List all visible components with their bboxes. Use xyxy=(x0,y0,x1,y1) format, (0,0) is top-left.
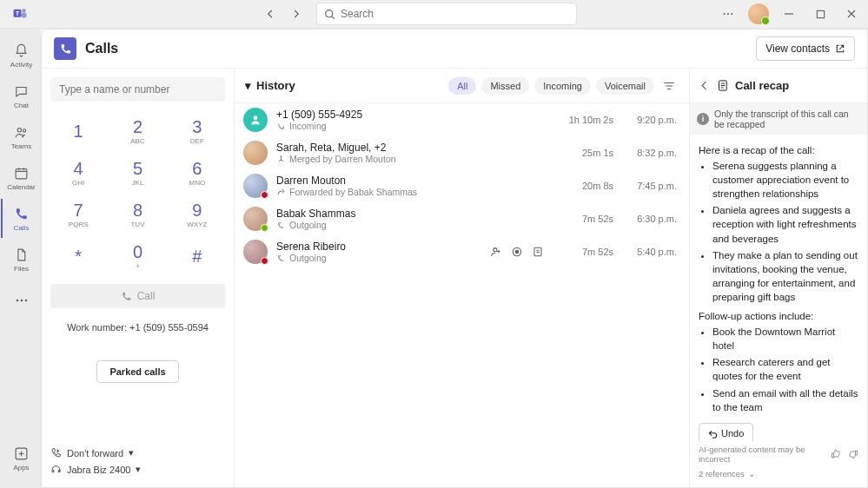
keypad-key-2[interactable]: 2ABC xyxy=(108,110,167,152)
svg-point-4 xyxy=(326,10,333,16)
rail-apps[interactable]: Apps xyxy=(1,439,40,478)
search-input[interactable] xyxy=(341,8,569,20)
presence-badge xyxy=(261,257,268,265)
rail-label: Calls xyxy=(14,224,30,232)
filter-voicemail[interactable]: Voicemail xyxy=(596,77,654,95)
keypad-key-9[interactable]: 9WXYZ xyxy=(168,194,227,235)
row-sub: Incoming xyxy=(276,121,553,131)
nav-forward-button[interactable] xyxy=(285,3,308,25)
call-direction-icon xyxy=(276,188,286,197)
device-setting[interactable]: Jabra Biz 2400 ▾ xyxy=(50,464,225,475)
recap-bullet: Daniela agrees and suggests a reception … xyxy=(712,203,858,245)
rail-calls[interactable]: Calls xyxy=(1,199,40,238)
keypad-key-3[interactable]: 3DEF xyxy=(168,110,227,152)
recap-bullets: Serena suggests planning a customer appr… xyxy=(699,159,858,304)
keypad-key-7[interactable]: 7PQRS xyxy=(49,194,108,235)
history-row[interactable]: +1 (509) 555-4925 Incoming 1h 10m 2s 9:2… xyxy=(235,103,689,136)
device-label: Jabra Biz 2400 xyxy=(67,465,130,475)
svg-point-13 xyxy=(20,299,23,301)
call-direction-icon xyxy=(276,155,286,164)
recap-bullet: They make a plan to sending out invitati… xyxy=(712,248,858,304)
nav-back-button[interactable] xyxy=(259,3,282,25)
avatar xyxy=(243,174,268,198)
history-row[interactable]: Darren Mouton Forwarded by Babak Shammas… xyxy=(235,169,689,202)
rail-calendar[interactable]: Calendar xyxy=(1,158,40,197)
history-row[interactable]: Babak Shammas Outgoing 7m 52s 6:30 p.m. xyxy=(235,202,689,235)
recap-bullet: Book the Downtown Marriot hotel xyxy=(712,325,858,353)
references-toggle[interactable]: 2 references ⌄ xyxy=(699,469,858,478)
key-digit: 7 xyxy=(74,201,83,221)
filter-missed[interactable]: Missed xyxy=(481,77,529,95)
rail-files[interactable]: Files xyxy=(1,240,40,279)
row-sub: Forwarded by Babak Shammas xyxy=(276,187,553,197)
rail-more[interactable] xyxy=(1,280,40,320)
undo-button[interactable]: Undo xyxy=(699,423,753,441)
keypad-key-#[interactable]: # xyxy=(168,235,227,277)
row-meta: 25m 1s 8:32 p.m. xyxy=(561,148,677,158)
keypad-key-6[interactable]: 6MNO xyxy=(168,152,227,194)
key-digit: 0 xyxy=(133,242,142,262)
key-letters: DEF xyxy=(190,137,204,145)
rail-chat[interactable]: Chat xyxy=(1,76,40,115)
key-letters: ABC xyxy=(130,137,144,145)
title-bar: T xyxy=(0,0,868,29)
filter-all[interactable]: All xyxy=(448,77,476,95)
row-time: 8:32 p.m. xyxy=(629,148,677,158)
record-icon[interactable] xyxy=(509,244,525,260)
key-digit: 9 xyxy=(192,201,202,221)
recap-banner-text: Only the transcript of this call can be … xyxy=(714,109,860,129)
row-sub: Outgoing xyxy=(276,253,480,263)
rail-label: Calendar xyxy=(7,183,35,191)
nav-arrows xyxy=(259,3,308,25)
key-letters: TUV xyxy=(130,221,144,228)
transcript-icon[interactable] xyxy=(530,244,546,260)
row-name: Darren Mouton xyxy=(276,175,553,187)
dial-input[interactable] xyxy=(59,83,216,96)
key-digit: 5 xyxy=(133,159,142,179)
keypad-key-5[interactable]: 5JKL xyxy=(108,152,167,194)
dial-input-wrap[interactable] xyxy=(50,77,225,102)
info-icon: i xyxy=(697,113,709,125)
phone-icon xyxy=(13,205,30,222)
window-maximize-button[interactable] xyxy=(809,3,832,25)
row-meta: 7m 52s 5:40 p.m. xyxy=(561,247,677,257)
keypad-key-*[interactable]: * xyxy=(49,235,108,277)
keypad-key-8[interactable]: 8TUV xyxy=(108,194,167,235)
popout-icon xyxy=(835,43,845,54)
window-close-button[interactable] xyxy=(840,3,863,25)
current-user-avatar[interactable] xyxy=(748,3,769,24)
ellipsis-icon xyxy=(13,292,30,309)
history-row[interactable]: Sarah, Reta, Miguel, +2 Merged by Darren… xyxy=(235,136,689,169)
call-button[interactable]: Call xyxy=(50,284,225,308)
view-contacts-button[interactable]: View contacts xyxy=(756,36,855,61)
rail-activity[interactable]: Activity xyxy=(1,36,40,75)
filter-button[interactable] xyxy=(659,76,679,96)
key-letters: PQRS xyxy=(69,221,89,228)
keypad-key-0[interactable]: 0+ xyxy=(108,235,167,277)
svg-rect-20 xyxy=(534,247,541,255)
recap-back-button[interactable] xyxy=(699,80,710,91)
add-contact-icon[interactable] xyxy=(488,244,504,260)
row-time: 9:20 p.m. xyxy=(629,115,677,125)
row-name: Serena Ribeiro xyxy=(276,241,480,253)
dialer-panel: 12ABC3DEF4GHI5JKL6MNO7PQRS8TUV9WXYZ*0+# … xyxy=(42,69,235,487)
file-icon xyxy=(13,246,30,263)
history-row[interactable]: Serena Ribeiro Outgoing 7m 52s 5:40 p.m. xyxy=(235,235,689,268)
filter-incoming[interactable]: Incoming xyxy=(534,77,591,95)
keypad-key-4[interactable]: 4GHI xyxy=(49,152,108,194)
keypad-key-1[interactable]: 1 xyxy=(49,110,108,152)
row-meta: 1h 10m 2s 9:20 p.m. xyxy=(561,115,677,125)
parked-calls-button[interactable]: Parked calls xyxy=(96,360,178,383)
more-button[interactable] xyxy=(717,3,739,25)
svg-point-19 xyxy=(515,250,519,254)
rail-teams[interactable]: Teams xyxy=(1,117,40,156)
presence-badge xyxy=(261,191,268,199)
people-icon xyxy=(13,123,30,141)
thumbs-down-button[interactable] xyxy=(848,449,858,459)
search-box[interactable] xyxy=(316,3,577,25)
transcript-icon xyxy=(717,79,730,92)
references-label: 2 references xyxy=(699,469,745,478)
forward-setting[interactable]: Don't forward ▾ xyxy=(50,447,225,458)
window-minimize-button[interactable] xyxy=(778,3,800,25)
thumbs-up-button[interactable] xyxy=(831,449,841,459)
